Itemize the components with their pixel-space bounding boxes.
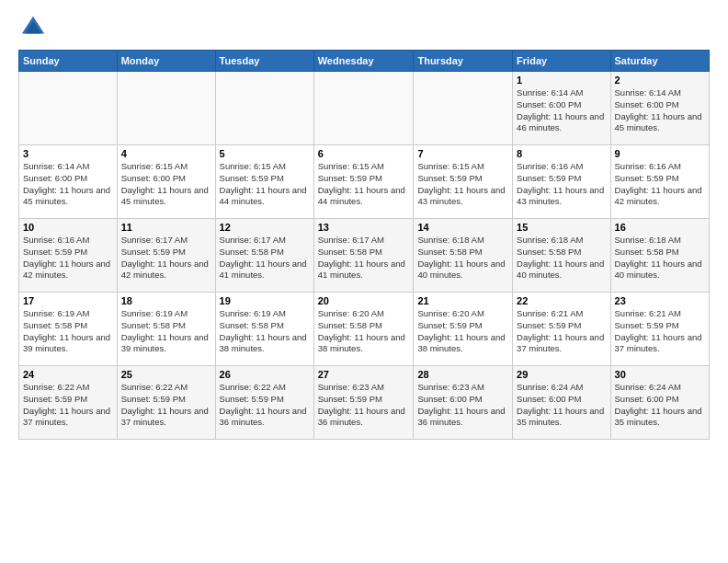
calendar-cell: 4Sunrise: 6:15 AM Sunset: 6:00 PM Daylig… bbox=[117, 145, 215, 219]
day-info: Sunrise: 6:14 AM Sunset: 6:00 PM Dayligh… bbox=[23, 161, 113, 208]
day-info: Sunrise: 6:17 AM Sunset: 5:58 PM Dayligh… bbox=[220, 235, 310, 282]
header bbox=[18, 15, 710, 40]
calendar-cell bbox=[215, 72, 313, 145]
day-info: Sunrise: 6:20 AM Sunset: 5:59 PM Dayligh… bbox=[417, 308, 508, 355]
calendar-cell: 30Sunrise: 6:24 AM Sunset: 6:00 PM Dayli… bbox=[610, 366, 709, 440]
day-number: 5 bbox=[220, 148, 310, 159]
day-number: 28 bbox=[417, 369, 508, 380]
calendar-cell: 29Sunrise: 6:24 AM Sunset: 6:00 PM Dayli… bbox=[513, 366, 610, 440]
day-number: 15 bbox=[517, 222, 606, 233]
calendar-cell: 20Sunrise: 6:20 AM Sunset: 5:58 PM Dayli… bbox=[313, 293, 414, 366]
day-info: Sunrise: 6:24 AM Sunset: 6:00 PM Dayligh… bbox=[517, 382, 606, 429]
day-info: Sunrise: 6:14 AM Sunset: 6:00 PM Dayligh… bbox=[615, 87, 705, 134]
day-number: 1 bbox=[517, 75, 606, 86]
day-info: Sunrise: 6:16 AM Sunset: 5:59 PM Dayligh… bbox=[615, 161, 705, 208]
day-info: Sunrise: 6:15 AM Sunset: 5:59 PM Dayligh… bbox=[318, 161, 410, 208]
day-info: Sunrise: 6:22 AM Sunset: 5:59 PM Dayligh… bbox=[220, 382, 310, 429]
day-number: 30 bbox=[615, 369, 705, 380]
day-number: 4 bbox=[121, 148, 211, 159]
calendar-cell: 24Sunrise: 6:22 AM Sunset: 5:59 PM Dayli… bbox=[19, 366, 118, 440]
calendar-header-saturday: Saturday bbox=[610, 51, 709, 72]
calendar-week-4: 17Sunrise: 6:19 AM Sunset: 5:58 PM Dayli… bbox=[19, 293, 710, 366]
logo bbox=[18, 15, 46, 40]
day-number: 24 bbox=[23, 369, 113, 380]
day-number: 11 bbox=[121, 222, 211, 233]
day-number: 22 bbox=[517, 295, 606, 306]
day-number: 29 bbox=[517, 369, 606, 380]
logo-icon bbox=[20, 15, 46, 40]
calendar-cell: 2Sunrise: 6:14 AM Sunset: 6:00 PM Daylig… bbox=[610, 72, 709, 145]
calendar-header-thursday: Thursday bbox=[414, 51, 513, 72]
calendar-header-sunday: Sunday bbox=[19, 51, 118, 72]
calendar-header-friday: Friday bbox=[513, 51, 610, 72]
calendar-header-wednesday: Wednesday bbox=[313, 51, 414, 72]
day-info: Sunrise: 6:19 AM Sunset: 5:58 PM Dayligh… bbox=[23, 308, 113, 355]
day-number: 21 bbox=[417, 295, 508, 306]
day-info: Sunrise: 6:18 AM Sunset: 5:58 PM Dayligh… bbox=[517, 235, 606, 282]
calendar-cell bbox=[313, 72, 414, 145]
calendar-cell: 28Sunrise: 6:23 AM Sunset: 6:00 PM Dayli… bbox=[414, 366, 513, 440]
day-info: Sunrise: 6:19 AM Sunset: 5:58 PM Dayligh… bbox=[121, 308, 211, 355]
calendar-header-row: SundayMondayTuesdayWednesdayThursdayFrid… bbox=[19, 51, 710, 72]
calendar-cell: 5Sunrise: 6:15 AM Sunset: 5:59 PM Daylig… bbox=[215, 145, 313, 219]
day-info: Sunrise: 6:19 AM Sunset: 5:58 PM Dayligh… bbox=[220, 308, 310, 355]
day-info: Sunrise: 6:20 AM Sunset: 5:58 PM Dayligh… bbox=[318, 308, 410, 355]
day-number: 16 bbox=[615, 222, 705, 233]
day-number: 12 bbox=[220, 222, 310, 233]
day-number: 25 bbox=[121, 369, 211, 380]
day-number: 26 bbox=[220, 369, 310, 380]
calendar-cell: 26Sunrise: 6:22 AM Sunset: 5:59 PM Dayli… bbox=[215, 366, 313, 440]
day-info: Sunrise: 6:17 AM Sunset: 5:58 PM Dayligh… bbox=[318, 235, 410, 282]
day-number: 3 bbox=[23, 148, 113, 159]
calendar-cell: 22Sunrise: 6:21 AM Sunset: 5:59 PM Dayli… bbox=[513, 293, 610, 366]
day-info: Sunrise: 6:18 AM Sunset: 5:58 PM Dayligh… bbox=[417, 235, 508, 282]
calendar-cell: 7Sunrise: 6:15 AM Sunset: 5:59 PM Daylig… bbox=[414, 145, 513, 219]
calendar-cell: 3Sunrise: 6:14 AM Sunset: 6:00 PM Daylig… bbox=[19, 145, 118, 219]
day-number: 13 bbox=[318, 222, 410, 233]
day-info: Sunrise: 6:16 AM Sunset: 5:59 PM Dayligh… bbox=[23, 235, 113, 282]
day-info: Sunrise: 6:15 AM Sunset: 6:00 PM Dayligh… bbox=[121, 161, 211, 208]
calendar-cell: 21Sunrise: 6:20 AM Sunset: 5:59 PM Dayli… bbox=[414, 293, 513, 366]
calendar-cell: 15Sunrise: 6:18 AM Sunset: 5:58 PM Dayli… bbox=[513, 219, 610, 293]
calendar-cell: 16Sunrise: 6:18 AM Sunset: 5:58 PM Dayli… bbox=[610, 219, 709, 293]
day-number: 20 bbox=[318, 295, 410, 306]
calendar-cell: 8Sunrise: 6:16 AM Sunset: 5:59 PM Daylig… bbox=[513, 145, 610, 219]
day-number: 6 bbox=[318, 148, 410, 159]
day-number: 27 bbox=[318, 369, 410, 380]
calendar-week-5: 24Sunrise: 6:22 AM Sunset: 5:59 PM Dayli… bbox=[19, 366, 710, 440]
calendar-cell: 6Sunrise: 6:15 AM Sunset: 5:59 PM Daylig… bbox=[313, 145, 414, 219]
calendar-cell: 14Sunrise: 6:18 AM Sunset: 5:58 PM Dayli… bbox=[414, 219, 513, 293]
day-info: Sunrise: 6:21 AM Sunset: 5:59 PM Dayligh… bbox=[517, 308, 606, 355]
calendar-cell: 1Sunrise: 6:14 AM Sunset: 6:00 PM Daylig… bbox=[513, 72, 610, 145]
day-info: Sunrise: 6:18 AM Sunset: 5:58 PM Dayligh… bbox=[615, 235, 705, 282]
day-number: 9 bbox=[615, 148, 705, 159]
day-number: 14 bbox=[417, 222, 508, 233]
calendar-cell: 13Sunrise: 6:17 AM Sunset: 5:58 PM Dayli… bbox=[313, 219, 414, 293]
calendar-week-2: 3Sunrise: 6:14 AM Sunset: 6:00 PM Daylig… bbox=[19, 145, 710, 219]
day-info: Sunrise: 6:16 AM Sunset: 5:59 PM Dayligh… bbox=[517, 161, 606, 208]
calendar-week-3: 10Sunrise: 6:16 AM Sunset: 5:59 PM Dayli… bbox=[19, 219, 710, 293]
day-info: Sunrise: 6:15 AM Sunset: 5:59 PM Dayligh… bbox=[417, 161, 508, 208]
calendar-cell: 27Sunrise: 6:23 AM Sunset: 5:59 PM Dayli… bbox=[313, 366, 414, 440]
day-number: 17 bbox=[23, 295, 113, 306]
page: SundayMondayTuesdayWednesdayThursdayFrid… bbox=[0, 0, 728, 449]
day-number: 19 bbox=[220, 295, 310, 306]
calendar-header-monday: Monday bbox=[117, 51, 215, 72]
day-number: 23 bbox=[615, 295, 705, 306]
day-info: Sunrise: 6:22 AM Sunset: 5:59 PM Dayligh… bbox=[23, 382, 113, 429]
day-info: Sunrise: 6:21 AM Sunset: 5:59 PM Dayligh… bbox=[615, 308, 705, 355]
day-number: 18 bbox=[121, 295, 211, 306]
day-info: Sunrise: 6:22 AM Sunset: 5:59 PM Dayligh… bbox=[121, 382, 211, 429]
calendar-cell: 19Sunrise: 6:19 AM Sunset: 5:58 PM Dayli… bbox=[215, 293, 313, 366]
day-info: Sunrise: 6:24 AM Sunset: 6:00 PM Dayligh… bbox=[615, 382, 705, 429]
calendar-cell bbox=[414, 72, 513, 145]
calendar-cell: 25Sunrise: 6:22 AM Sunset: 5:59 PM Dayli… bbox=[117, 366, 215, 440]
day-info: Sunrise: 6:14 AM Sunset: 6:00 PM Dayligh… bbox=[517, 87, 606, 134]
day-number: 10 bbox=[23, 222, 113, 233]
calendar-cell bbox=[117, 72, 215, 145]
calendar-header-tuesday: Tuesday bbox=[215, 51, 313, 72]
day-info: Sunrise: 6:23 AM Sunset: 6:00 PM Dayligh… bbox=[417, 382, 508, 429]
calendar-cell: 17Sunrise: 6:19 AM Sunset: 5:58 PM Dayli… bbox=[19, 293, 118, 366]
calendar-cell: 12Sunrise: 6:17 AM Sunset: 5:58 PM Dayli… bbox=[215, 219, 313, 293]
calendar-cell: 9Sunrise: 6:16 AM Sunset: 5:59 PM Daylig… bbox=[610, 145, 709, 219]
